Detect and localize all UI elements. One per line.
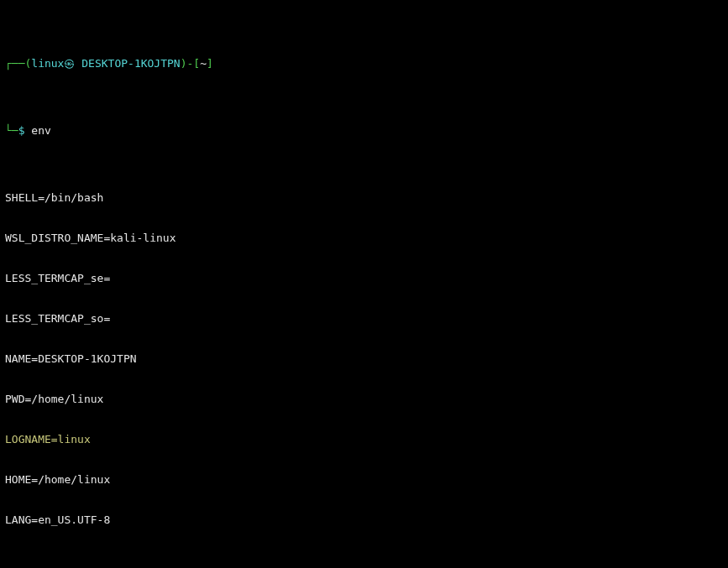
env-name: NAME=DESKTOP-1KOJTPN bbox=[5, 352, 723, 366]
env-lang: LANG=en_US.UTF-8 bbox=[5, 513, 723, 527]
terminal-output[interactable]: ┌──(linux㉿ DESKTOP-1KOJTPN)-[~] └─$ env … bbox=[0, 0, 728, 568]
prompt-close-paren: )-[ bbox=[181, 57, 200, 70]
command-text: env bbox=[31, 124, 50, 137]
env-logname: LOGNAME=linux bbox=[5, 433, 723, 446]
env-less-se: LESS_TERMCAP_se= bbox=[5, 272, 723, 285]
env-pwd: PWD=/home/linux bbox=[5, 393, 723, 406]
prompt-prefix: └─ bbox=[5, 124, 18, 137]
env-home: HOME=/home/linux bbox=[5, 473, 723, 487]
env-wsl-distro: WSL_DISTRO_NAME=kali-linux bbox=[5, 232, 723, 245]
prompt-line-1: ┌──(linux㉿ DESKTOP-1KOJTPN)-[~] bbox=[5, 57, 723, 70]
env-shell: SHELL=/bin/bash bbox=[5, 191, 723, 205]
prompt-dollar: $ bbox=[18, 124, 32, 137]
prompt-cwd: ~ bbox=[200, 57, 207, 70]
prompt-end-bracket: ] bbox=[207, 57, 213, 70]
prompt-line-2: └─$ env bbox=[5, 124, 723, 138]
prompt-open: ┌──( bbox=[5, 57, 31, 70]
prompt-user-host: linux㉿ DESKTOP-1KOJTPN bbox=[31, 57, 180, 70]
env-less-so: LESS_TERMCAP_so= bbox=[5, 312, 723, 326]
